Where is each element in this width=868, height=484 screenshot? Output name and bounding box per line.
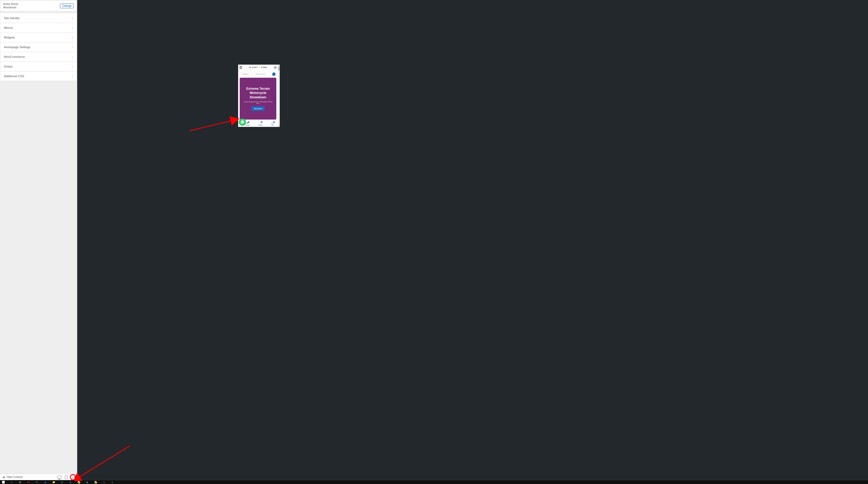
search-input[interactable]: Search for pro ⌕ — [254, 72, 276, 76]
cart-badge: 0 — [273, 121, 275, 123]
mobile-preview-frame: ▲ ▼ ✦ VIST▲TING — [238, 65, 280, 127]
scroll-up-arrow-icon: ▲ — [278, 65, 280, 67]
mobile-preview-button[interactable] — [71, 475, 75, 480]
tablet-icon — [65, 475, 68, 479]
logo-text-part1: VIST — [252, 66, 258, 69]
collapse-icon: ◀ — [2, 475, 5, 479]
search-icon: ⌕ — [272, 73, 276, 75]
sidebar-item-homepage-settings[interactable]: Homepage Settings › — [0, 42, 77, 52]
chevron-right-icon: › — [72, 45, 73, 49]
sidebar-label: Widgets — [4, 36, 15, 39]
svg-line-1 — [190, 119, 238, 131]
taskbar-app-2[interactable]: ◆ — [42, 481, 48, 484]
customizer-sidebar: Active theme Woodmart Change Site Identi… — [0, 0, 77, 480]
sidebar-label: Site Identity — [4, 17, 20, 20]
taskbar-app-5[interactable]: ● — [110, 481, 115, 484]
sidebar-item-site-identity[interactable]: Site Identity › — [0, 13, 77, 23]
sidebar-label: Dokan — [4, 65, 12, 68]
taskbar-search-button[interactable]: ○ — [9, 481, 14, 484]
mobile-site-header: ✦ VIST▲TING — [238, 65, 278, 70]
sidebar-label: Homepage Settings — [4, 45, 30, 49]
sidebar-item-menus[interactable]: Menus › — [0, 23, 77, 33]
chevron-right-icon: › — [72, 55, 73, 59]
active-theme-label: Active theme — [3, 3, 18, 5]
sidebar-item-additional-css[interactable]: Additional CSS › — [0, 71, 77, 81]
hide-controls-button[interactable]: ◀ Hide Controls — [2, 475, 23, 479]
sidebar-label: Additional CSS — [4, 74, 24, 78]
chevron-right-icon: › — [72, 26, 73, 30]
cart-label: Cart — [271, 125, 274, 126]
preview-scrollbar[interactable]: ▲ ▼ — [278, 65, 280, 127]
theme-name: Woodmart — [3, 6, 18, 9]
hero-banner: Extreme Terrain Motorcycle Showdown Conq… — [240, 78, 276, 120]
annotation-arrow-top — [187, 112, 245, 133]
wishlist-label: Wishlist — [258, 125, 263, 126]
logo-text-part2: TING — [261, 66, 267, 69]
taskbar-snip-button[interactable]: ✂ — [34, 481, 40, 484]
desktop-icon — [58, 476, 62, 479]
scrollbar-thumb[interactable] — [278, 67, 280, 70]
taskbar-app-1[interactable]: ▾▾ — [26, 481, 31, 484]
chevron-right-icon: › — [72, 74, 73, 78]
whatsapp-icon — [241, 120, 244, 124]
mobile-bottom-nav: ⇄ 0 Compare ♡ 0 Wishlist 🛒 — [238, 121, 278, 127]
scroll-down-arrow-icon: ▼ — [278, 125, 280, 127]
compare-icon: ⇄ 0 — [247, 122, 248, 124]
taskbar-excel-button[interactable]: ▦ — [59, 481, 65, 484]
search-placeholder: Search for pro — [255, 73, 272, 75]
sidebar-label: Menus — [4, 26, 13, 29]
taskbar-edge-button[interactable]: ◉ — [67, 481, 73, 484]
hamburger-menu-button[interactable] — [240, 66, 242, 69]
heart-icon: ♡ 0 — [259, 122, 261, 124]
change-theme-button[interactable]: Change — [60, 3, 74, 8]
device-preview-switcher — [57, 475, 75, 480]
chevron-down-icon: ▾ — [248, 73, 249, 75]
footer-compare-button[interactable]: ⇄ 0 Compare — [245, 122, 250, 126]
taskbar-chrome-2-button[interactable] — [93, 481, 98, 484]
chrome-icon — [78, 481, 80, 484]
hide-controls-label: Hide Controls — [7, 476, 23, 479]
sidebar-item-woocommerce[interactable]: WooCommerce › — [0, 52, 77, 62]
compare-label: Compare — [245, 125, 250, 126]
taskbar-chrome-button[interactable] — [76, 481, 82, 484]
customizer-bottom-bar: ◀ Hide Controls — [0, 474, 77, 480]
windows-taskbar: ○ ⊞ ▾▾ ✂ ◆ 📁 ▦ ◉ ◉ ▭ ● — [0, 480, 868, 484]
theme-header: Active theme Woodmart Change — [0, 0, 77, 11]
shop-now-button[interactable]: Shop Now — [251, 106, 264, 111]
taskbar-app-4[interactable]: ▭ — [101, 481, 107, 484]
compare-badge: 0 — [248, 121, 249, 123]
language-label: English — [243, 73, 248, 75]
sidebar-item-widgets[interactable]: Widgets › — [0, 33, 77, 42]
site-logo[interactable]: ✦ VIST▲TING — [249, 66, 267, 69]
chevron-right-icon: › — [72, 35, 73, 39]
preview-canvas: ▲ ▼ ✦ VIST▲TING — [77, 0, 868, 480]
chrome-icon — [94, 481, 97, 484]
search-submit-button[interactable]: ⌕ — [272, 72, 276, 76]
sidebar-item-dokan[interactable]: Dokan › — [0, 62, 77, 71]
taskbar-taskview-button[interactable]: ⊞ — [17, 481, 23, 484]
cart-icon: 🛒 0 — [271, 122, 274, 124]
hero-title: Extreme Terrain Motorcycle Showdown — [242, 87, 274, 99]
wishlist-badge: 0 — [261, 121, 262, 123]
taskbar-explorer-button[interactable]: 📁 — [51, 481, 57, 484]
desktop-preview-button[interactable] — [57, 475, 62, 480]
tablet-preview-button[interactable] — [64, 475, 68, 480]
windows-logo-icon — [2, 481, 5, 483]
user-account-icon[interactable] — [274, 66, 277, 69]
taskbar-app-3[interactable]: ◉ — [84, 481, 90, 484]
start-button[interactable] — [1, 481, 6, 484]
logo-icon: ✦ — [249, 66, 251, 69]
sidebar-label: WooCommerce — [4, 55, 25, 58]
mobile-icon — [72, 475, 74, 479]
footer-wishlist-button[interactable]: ♡ 0 Wishlist — [258, 122, 263, 126]
chevron-right-icon: › — [72, 16, 73, 20]
chevron-right-icon: › — [72, 64, 73, 69]
footer-cart-button[interactable]: 🛒 0 Cart — [271, 122, 274, 126]
language-selector[interactable]: English ▾ — [240, 72, 252, 76]
hero-subtitle: Conquer Rugged Terrain In High-Stakes Of… — [242, 101, 274, 104]
